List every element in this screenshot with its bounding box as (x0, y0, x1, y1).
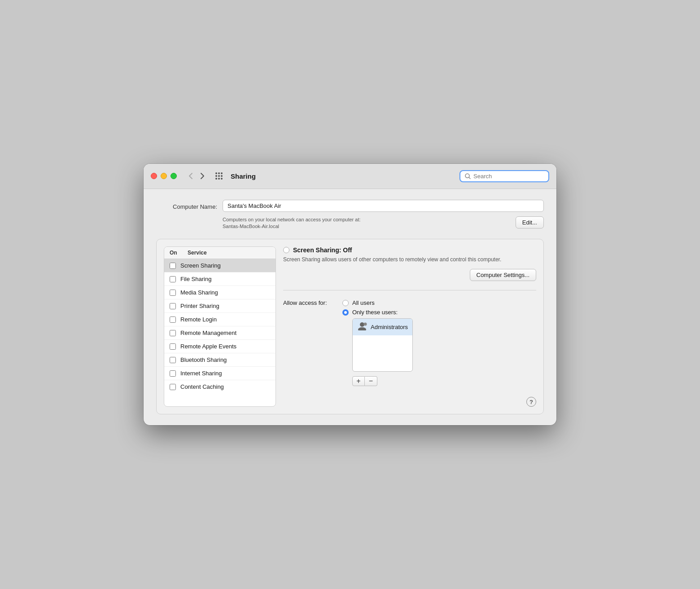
service-name: Content Caching (180, 383, 224, 390)
main-panel: On Service Screen Sharing File Sharing M… (156, 239, 544, 414)
service-name: File Sharing (180, 276, 211, 282)
file-sharing-checkbox[interactable] (170, 276, 176, 282)
service-item-remote-apple-events[interactable]: Remote Apple Events (164, 340, 276, 353)
screen-sharing-checkbox[interactable] (170, 263, 176, 269)
content-area: Computer Name: Computers on your local n… (144, 189, 556, 426)
service-name: Media Sharing (180, 289, 218, 296)
bluetooth-sharing-checkbox[interactable] (170, 357, 176, 363)
service-name: Internet Sharing (180, 370, 222, 377)
svg-point-4 (364, 323, 367, 326)
grid-icon (215, 172, 223, 180)
main-window: Sharing Computer Name: Computers on your… (144, 164, 556, 426)
maximize-button[interactable] (171, 173, 177, 179)
back-button[interactable] (186, 171, 196, 181)
users-list: Administrators (352, 318, 413, 372)
internet-sharing-checkbox[interactable] (170, 370, 176, 377)
screen-sharing-status: Screen Sharing: Off (283, 246, 536, 254)
right-panel: Screen Sharing: Off Screen Sharing allow… (283, 246, 536, 407)
radio-options: All users Only these users: (342, 299, 413, 386)
status-radio (283, 247, 289, 253)
edit-button[interactable]: Edit... (516, 216, 544, 229)
status-section: Screen Sharing: Off Screen Sharing allow… (283, 246, 536, 281)
service-name: Remote Management (180, 330, 236, 336)
service-item-file-sharing[interactable]: File Sharing (164, 273, 276, 286)
computer-name-label: Computer Name: (173, 201, 217, 210)
all-users-row[interactable]: All users (342, 299, 413, 306)
users-empty-space (353, 335, 412, 371)
add-user-button[interactable]: + (352, 376, 365, 386)
service-list: On Service Screen Sharing File Sharing M… (164, 246, 276, 407)
search-box (459, 170, 549, 182)
user-item-administrators[interactable]: Administrators (353, 319, 412, 335)
help-row: ? (283, 397, 536, 407)
add-remove-row: + − (352, 376, 413, 386)
printer-sharing-checkbox[interactable] (170, 303, 176, 309)
titlebar: Sharing (144, 164, 556, 189)
forward-button[interactable] (197, 171, 207, 181)
user-name-administrators: Administrators (371, 324, 408, 330)
service-name: Remote Apple Events (180, 343, 236, 350)
help-button[interactable]: ? (526, 397, 536, 407)
only-these-users-label: Only these users: (352, 309, 398, 316)
all-users-radio[interactable] (342, 300, 349, 306)
only-these-users-row[interactable]: Only these users: (342, 309, 413, 316)
service-name: Remote Login (180, 316, 217, 323)
content-caching-checkbox[interactable] (170, 384, 176, 390)
col-on-label: On (170, 250, 188, 256)
col-service-label: Service (188, 250, 207, 256)
access-section: Allow access for: All users Only these u… (283, 299, 536, 386)
svg-line-1 (469, 177, 470, 179)
search-icon (465, 173, 471, 179)
service-item-internet-sharing[interactable]: Internet Sharing (164, 367, 276, 380)
allow-access-label: Allow access for: (283, 299, 337, 306)
divider (283, 290, 536, 290)
window-title: Sharing (231, 172, 454, 180)
service-item-content-caching[interactable]: Content Caching (164, 380, 276, 393)
service-name: Screen Sharing (180, 262, 221, 269)
all-users-label: All users (352, 299, 375, 306)
screen-sharing-description: Screen Sharing allows users of other com… (283, 255, 536, 264)
screen-sharing-title: Screen Sharing: Off (293, 246, 352, 254)
media-sharing-checkbox[interactable] (170, 290, 176, 296)
svg-point-3 (358, 327, 366, 330)
remote-login-checkbox[interactable] (170, 316, 176, 323)
only-these-users-radio[interactable] (342, 309, 349, 316)
close-button[interactable] (151, 173, 157, 179)
service-item-bluetooth-sharing[interactable]: Bluetooth Sharing (164, 353, 276, 367)
service-name: Printer Sharing (180, 303, 219, 309)
minimize-button[interactable] (161, 173, 167, 179)
remote-apple-events-checkbox[interactable] (170, 343, 176, 350)
remove-user-button[interactable]: − (365, 376, 377, 386)
service-item-media-sharing[interactable]: Media Sharing (164, 286, 276, 299)
computer-settings-button[interactable]: Computer Settings... (470, 269, 537, 281)
nav-buttons (186, 171, 207, 181)
service-name: Bluetooth Sharing (180, 356, 227, 363)
service-list-header: On Service (164, 247, 276, 259)
service-item-remote-management[interactable]: Remote Management (164, 326, 276, 340)
grid-view-button[interactable] (213, 171, 225, 181)
search-input[interactable] (473, 173, 536, 180)
traffic-lights (151, 173, 177, 179)
computer-name-input[interactable] (223, 200, 544, 212)
service-item-screen-sharing[interactable]: Screen Sharing (164, 259, 276, 273)
service-item-printer-sharing[interactable]: Printer Sharing (164, 299, 276, 313)
remote-management-checkbox[interactable] (170, 330, 176, 336)
network-access-text: Computers on your local network can acce… (223, 216, 361, 230)
svg-point-2 (360, 322, 364, 327)
user-icon (357, 321, 367, 333)
service-item-remote-login[interactable]: Remote Login (164, 313, 276, 326)
